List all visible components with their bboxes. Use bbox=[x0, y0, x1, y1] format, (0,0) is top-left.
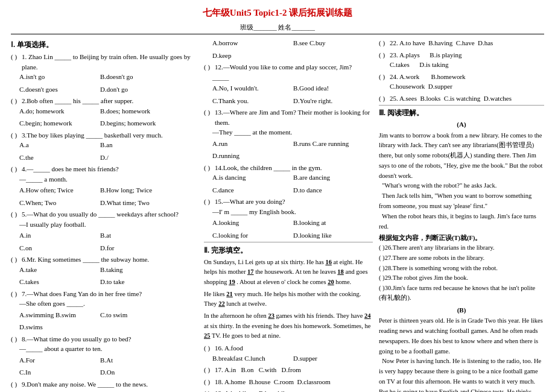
q17: ( )17. A.in B.on C.with D.from bbox=[204, 365, 373, 375]
judge-q26: ( )26.There aren't any librarians in the… bbox=[379, 243, 544, 253]
question-6: ( ) 6.Mr. King sometimes _____ the subwa… bbox=[11, 254, 198, 287]
question-12: ( ) 12.—Would you like to come and play … bbox=[204, 62, 373, 106]
judge-q28: ( )28.There is something wrong with the … bbox=[379, 264, 544, 273]
section2-label: Ⅱ. 完形填空。 bbox=[204, 245, 373, 256]
q23: ( )23. A.plays B.is playing C.takes D.is… bbox=[379, 50, 544, 70]
section3-label: Ⅲ. 阅读理解。 bbox=[379, 107, 544, 118]
judge-instruction: 根据短文内容，判断正误(T)就(F)。 bbox=[379, 233, 544, 243]
question-5: ( ) 5.—What do you usually do _____ week… bbox=[11, 209, 198, 253]
question-15: ( ) 15.—What are you doing? —I' m _____ … bbox=[204, 197, 373, 240]
q16: ( )16. A.food B.breakfast C.lunch D.supp… bbox=[204, 343, 373, 363]
question-1: ( ) 1. Zhao Lin _____ to Beijing by trai… bbox=[11, 52, 198, 94]
judge-q29: ( )29.The robot gives Jim the book. bbox=[379, 273, 544, 283]
question-13: ( ) 13.—Where are Jim and Tom? Their mot… bbox=[204, 107, 373, 161]
section2-passage3: In the afternoon he often 23 games with … bbox=[204, 311, 373, 341]
judge-q27: ( )27.There are some robots in the libra… bbox=[379, 253, 544, 263]
passage-b: Peter is thirteen years old. He is in Gr… bbox=[379, 316, 544, 392]
class-line: 班级_______ 姓名_______ bbox=[11, 22, 544, 35]
question-4: ( ) 4.—_____ does he meet his friends? —… bbox=[11, 164, 198, 207]
question-7: ( ) 7.—What does Fang Yan do in her free… bbox=[11, 289, 198, 332]
q22: ( )22. A.to have B.having C.have D.has bbox=[379, 38, 544, 48]
reading-b-label: (B) bbox=[379, 305, 544, 315]
question-11-opts: A.borrow B.see C.buy D.keep bbox=[204, 38, 373, 60]
reading-a-label: (A) bbox=[379, 119, 544, 130]
question-8: ( ) 8.—What time do you usually go to be… bbox=[11, 334, 198, 378]
passage-a: Jim wants to borrow a book from a new li… bbox=[379, 131, 544, 232]
question-3: ( ) 3.The boy likes playing _____ basket… bbox=[11, 130, 198, 163]
section1-label: Ⅰ. 单项选择。 bbox=[11, 39, 198, 50]
q25: ( )25. A.sees B.looks C.is watching D.wa… bbox=[379, 93, 544, 104]
section2-passage: On Sundays, Li Lei gets up at six thirty… bbox=[204, 258, 373, 287]
q19: ( )19. A.by bike B.by a bike C.the bikeD… bbox=[204, 388, 373, 392]
page-title: 七年级Unit5 Topic1-2 课后拓展训练题 bbox=[11, 6, 544, 20]
section2-passage2: He likes 21 very much. He helps his moth… bbox=[204, 289, 373, 309]
question-14: ( ) 14.Look, the children _____ in the g… bbox=[204, 163, 373, 195]
section3: Ⅲ. 阅读理解。 (A) Jim wants to borrow a book … bbox=[379, 107, 544, 392]
q24: ( )24. A.work B.homework C.housework D.s… bbox=[379, 72, 544, 92]
judge-q30: ( )30.Jim's face turns red because he kn… bbox=[379, 283, 544, 303]
question-2: ( ) 2.Bob often _____ his _____ after su… bbox=[11, 96, 198, 128]
question-9: ( ) 9.Don't make any noise. We _____ to … bbox=[11, 379, 198, 393]
q18: ( )18. A.home B.house C.room D.classroom bbox=[204, 377, 373, 387]
